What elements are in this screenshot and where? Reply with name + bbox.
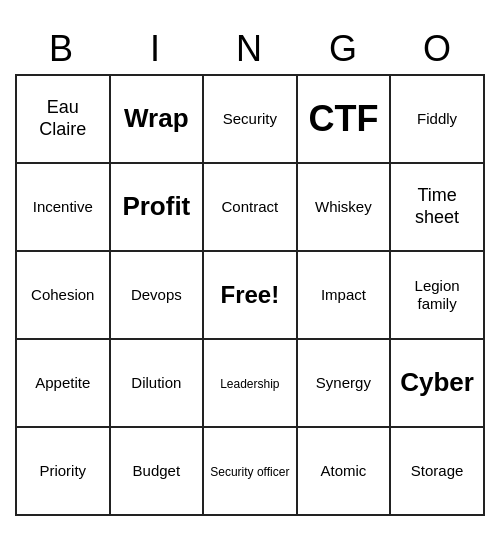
table-row: Security: [203, 75, 296, 163]
cell-2-0: Cohesion: [31, 286, 94, 303]
cell-1-2: Contract: [221, 198, 278, 215]
cell-0-2: Security: [223, 110, 277, 127]
table-row: Impact: [297, 251, 391, 339]
cell-3-1: Dilution: [131, 374, 181, 391]
cell-3-0: Appetite: [35, 374, 90, 391]
header-o: O: [391, 28, 485, 70]
bingo-table: Eau ClaireWrapSecurityCTFFiddlyIncentive…: [15, 74, 485, 516]
table-row: Budget: [110, 427, 204, 515]
table-row: Cohesion: [16, 251, 110, 339]
table-row: Devops: [110, 251, 204, 339]
table-row: Dilution: [110, 339, 204, 427]
cell-1-4: Time sheet: [415, 185, 459, 227]
cell-3-2: Leadership: [220, 377, 279, 391]
table-row: Atomic: [297, 427, 391, 515]
cell-0-4: Fiddly: [417, 110, 457, 127]
table-row: CTF: [297, 75, 391, 163]
cell-4-3: Atomic: [320, 462, 366, 479]
table-row: Appetite: [16, 339, 110, 427]
cell-4-1: Budget: [133, 462, 181, 479]
cell-3-4: Cyber: [400, 367, 474, 397]
table-row: Legion family: [390, 251, 484, 339]
table-row: Whiskey: [297, 163, 391, 251]
table-row: Incentive: [16, 163, 110, 251]
cell-4-4: Storage: [411, 462, 464, 479]
header-b: B: [15, 28, 109, 70]
cell-0-1: Wrap: [124, 103, 189, 133]
table-row: Synergy: [297, 339, 391, 427]
cell-0-0: Eau Claire: [39, 97, 86, 139]
table-row: Security officer: [203, 427, 296, 515]
table-row: Cyber: [390, 339, 484, 427]
table-row: Storage: [390, 427, 484, 515]
bingo-header: B I N G O: [15, 28, 485, 70]
table-row: Wrap: [110, 75, 204, 163]
cell-1-3: Whiskey: [315, 198, 372, 215]
cell-2-4: Legion family: [415, 277, 460, 312]
header-g: G: [297, 28, 391, 70]
table-row: Profit: [110, 163, 204, 251]
table-row: Contract: [203, 163, 296, 251]
table-row: Eau Claire: [16, 75, 110, 163]
header-n: N: [203, 28, 297, 70]
header-i: I: [109, 28, 203, 70]
cell-3-3: Synergy: [316, 374, 371, 391]
cell-4-2: Security officer: [210, 465, 289, 479]
cell-4-0: Priority: [39, 462, 86, 479]
cell-1-1: Profit: [122, 191, 190, 221]
table-row: Free!: [203, 251, 296, 339]
cell-2-2: Free!: [220, 281, 279, 308]
table-row: Time sheet: [390, 163, 484, 251]
table-row: Fiddly: [390, 75, 484, 163]
table-row: Leadership: [203, 339, 296, 427]
cell-2-3: Impact: [321, 286, 366, 303]
cell-1-0: Incentive: [33, 198, 93, 215]
table-row: Priority: [16, 427, 110, 515]
cell-0-3: CTF: [308, 98, 378, 139]
cell-2-1: Devops: [131, 286, 182, 303]
